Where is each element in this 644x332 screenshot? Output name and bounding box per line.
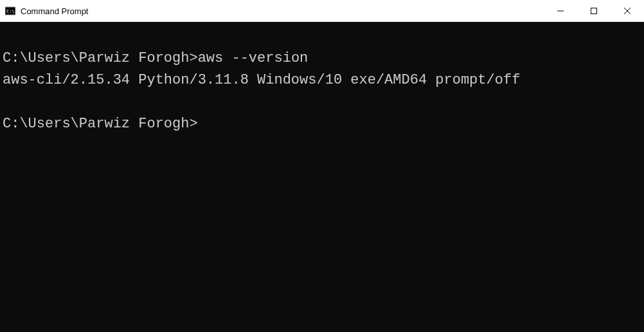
window-title: Command Prompt	[21, 6, 88, 16]
svg-rect-3	[591, 8, 597, 14]
command-line: C:\Users\Parwiz Forogh>aws --version	[3, 48, 641, 69]
titlebar[interactable]: C:\ Command Prompt	[0, 0, 644, 22]
window-controls	[544, 0, 644, 22]
current-prompt-line: C:\Users\Parwiz Forogh>	[3, 113, 641, 135]
terminal-icon: C:\	[5, 6, 15, 16]
close-button[interactable]	[611, 0, 644, 22]
prompt-text: C:\Users\Parwiz Forogh>	[3, 48, 198, 69]
svg-text:C:\: C:\	[6, 9, 15, 14]
prompt-text: C:\Users\Parwiz Forogh>	[3, 116, 198, 132]
minimize-button[interactable]	[544, 0, 577, 22]
terminal-area[interactable]: C:\Users\Parwiz Forogh>aws --version aws…	[0, 22, 644, 332]
command-text: aws --version	[198, 48, 309, 69]
maximize-button[interactable]	[577, 0, 611, 22]
output-line: aws-cli/2.15.34 Python/3.11.8 Windows/10…	[3, 69, 641, 91]
